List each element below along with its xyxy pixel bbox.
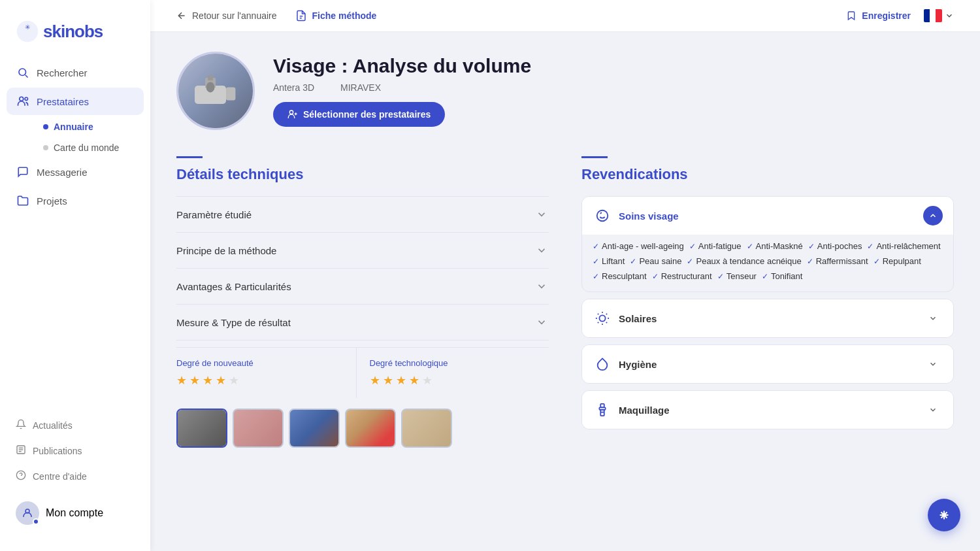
chevron-down-icon-6	[928, 359, 938, 369]
check-icon: ✓	[652, 272, 659, 281]
check-icon: ✓	[630, 257, 636, 266]
sidebar-navigation: Rechercher Prestataires Annuaire Carte d…	[0, 59, 150, 407]
product-header: Visage : Analyse du volume Antera 3D MIR…	[176, 52, 954, 130]
sidebar-sub-annuaire[interactable]: Annuaire	[37, 118, 144, 136]
product-image-inner	[178, 54, 253, 128]
claim-soins-header[interactable]: Soins visage	[582, 197, 953, 235]
avatar	[16, 501, 39, 525]
thumbnail-5[interactable]	[401, 409, 452, 448]
select-btn-label: Sélectionner des prestataires	[303, 109, 431, 120]
select-prestataires-button[interactable]: Sélectionner des prestataires	[273, 102, 445, 127]
svg-line-34	[598, 322, 598, 323]
thumb-img-2	[234, 410, 282, 446]
tag-peaux-acneique: ✓ Peaux à tendance acnéique	[687, 256, 801, 266]
svg-rect-38	[600, 410, 604, 416]
fiche-method-button[interactable]: Fiche méthode	[295, 10, 377, 22]
lipstick-icon	[593, 400, 612, 420]
logo-icon: ✳	[16, 20, 39, 43]
check-icon: ✓	[867, 242, 874, 251]
right-column: Revendications Soins visage	[581, 156, 954, 448]
product-brand: Antera 3D	[273, 82, 314, 93]
topbar-right: Enregistrer	[846, 9, 954, 22]
chevron-down-icon-4	[534, 315, 549, 329]
tag-anti-relachement: ✓ Anti-relâchement	[867, 241, 940, 251]
back-button[interactable]: Retour sur l'annuaire	[176, 10, 277, 21]
check-icon: ✓	[687, 257, 693, 266]
accordion-principe[interactable]: Principe de la méthode	[176, 232, 549, 268]
expand-hygiene-button[interactable]	[923, 354, 943, 374]
chevron-down-icon	[534, 207, 549, 222]
sidebar-item-publications[interactable]: Publications	[7, 439, 144, 463]
svg-line-30	[598, 314, 598, 314]
svg-point-5	[25, 97, 28, 101]
expand-maquillage-button[interactable]	[923, 400, 943, 420]
bell-icon	[16, 419, 26, 431]
sidebar-bottom: Actualités Publications Centre d'aide Mo…	[0, 407, 150, 538]
sidebar-item-messagerie-label: Messagerie	[37, 167, 88, 178]
bookmark-icon	[846, 10, 857, 21]
claim-hygiene-left: Hygiène	[593, 354, 657, 374]
check-icon: ✓	[689, 242, 696, 251]
section-divider-right	[581, 156, 608, 158]
star-3: ★	[203, 373, 213, 388]
account-badge	[33, 518, 39, 525]
thumbnail-gallery	[176, 409, 549, 448]
svg-point-2	[19, 69, 26, 76]
thumbnail-3[interactable]	[289, 409, 340, 448]
publications-label: Publications	[33, 446, 82, 456]
sidebar-item-rechercher-label: Rechercher	[37, 67, 88, 78]
claim-solaires-left: Solaires	[593, 309, 657, 328]
product-meta: Antera 3D MIRAVEX	[273, 82, 531, 93]
thumb-img-1	[178, 410, 226, 446]
actualites-label: Actualités	[33, 420, 73, 431]
sidebar-sub-carte-label: Carte du monde	[54, 142, 119, 153]
svg-point-27	[599, 315, 605, 321]
techno-star-4: ★	[409, 373, 419, 388]
sidebar-item-rechercher[interactable]: Rechercher	[7, 59, 144, 86]
save-button[interactable]: Enregistrer	[846, 10, 911, 21]
language-selector[interactable]	[924, 9, 954, 22]
accordion-parametre[interactable]: Paramètre étudié	[176, 196, 549, 232]
stars-techno: ★ ★ ★ ★ ★	[370, 373, 549, 388]
claim-solaires-header[interactable]: Solaires	[582, 299, 953, 337]
thumb-img-5	[402, 410, 451, 446]
chevron-down-icon-2	[534, 243, 549, 258]
sidebar-item-prestataires[interactable]: Prestataires	[7, 88, 144, 115]
claim-hygiene-header[interactable]: Hygiène	[582, 345, 953, 383]
accordion-avantages-label: Avantages & Particularités	[176, 281, 291, 292]
sidebar-item-aide[interactable]: Centre d'aide	[7, 464, 144, 488]
sidebar-sub-carte[interactable]: Carte du monde	[37, 139, 144, 157]
product-info: Visage : Analyse du volume Antera 3D MIR…	[273, 55, 531, 127]
collapse-button[interactable]	[923, 206, 943, 225]
thumbnail-2[interactable]	[233, 409, 284, 448]
sidebar-item-actualites[interactable]: Actualités	[7, 413, 144, 437]
check-icon: ✓	[762, 272, 768, 281]
stars-nouveaute: ★ ★ ★ ★ ★	[176, 373, 356, 388]
chevron-up-icon	[928, 211, 938, 220]
check-icon: ✓	[807, 257, 813, 266]
expand-solaires-button[interactable]	[923, 309, 943, 328]
tag-restructurant: ✓ Restructurant	[652, 271, 712, 281]
accordion-mesure[interactable]: Mesure & Type de résultat	[176, 304, 549, 341]
thumbnail-1[interactable]	[176, 409, 227, 448]
sidebar-sub-nav: Annuaire Carte du monde	[7, 118, 144, 157]
tag-anti-poches: ✓ Anti-poches	[808, 241, 862, 251]
svg-point-24	[597, 210, 608, 222]
star-5: ★	[229, 373, 239, 388]
fab-button[interactable]	[928, 499, 960, 531]
sidebar-item-projets[interactable]: Projets	[7, 187, 144, 214]
check-icon: ✓	[593, 257, 599, 266]
logo-text: skinobs	[43, 22, 103, 42]
claim-maquillage-header[interactable]: Maquillage	[582, 391, 953, 429]
claim-maquillage: Maquillage	[581, 390, 954, 429]
tag-resculptant: ✓ Resculptant	[593, 271, 647, 281]
sidebar-item-messagerie[interactable]: Messagerie	[7, 158, 144, 186]
tag-tenseur: ✓ Tenseur	[717, 271, 757, 281]
tag-raffermissant: ✓ Raffermissant	[807, 256, 868, 266]
accordion-avantages[interactable]: Avantages & Particularités	[176, 268, 549, 304]
account-section[interactable]: Mon compte	[7, 495, 144, 531]
techno-star-1: ★	[370, 373, 380, 388]
svg-line-3	[25, 75, 28, 78]
save-label: Enregistrer	[862, 10, 911, 21]
thumbnail-4[interactable]	[345, 409, 396, 448]
